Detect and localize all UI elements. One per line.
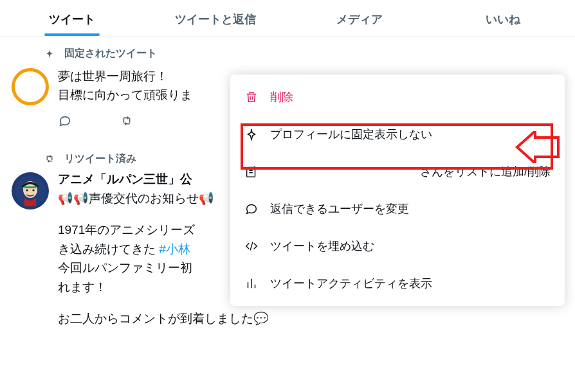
hashtag-link[interactable]: #小林 (159, 242, 190, 256)
retweet-icon (44, 153, 55, 165)
subline: 📢声優交代のお知らせ (73, 192, 199, 205)
menu-add-to-list[interactable]: さんをリストに追加/削除 (230, 153, 565, 190)
tweet-more-menu: 削除 プロフィールに固定表示しない さんをリストに追加/削除 返信できるユーザー… (230, 75, 565, 306)
menu-label: ツイートアクティビティを表示 (270, 276, 432, 291)
tweet-line: お二人からコメントが到着しました💬 (58, 309, 563, 328)
pinned-label: 固定されたツイート (64, 47, 157, 60)
menu-delete[interactable]: 削除 (230, 78, 565, 116)
menu-label: 削除 (270, 89, 293, 105)
menu-label: 返信できるユーザーを変更 (270, 201, 409, 217)
menu-reply-settings[interactable]: 返信できるユーザーを変更 (230, 190, 565, 227)
pin-icon (244, 127, 259, 141)
retweet-icon (120, 114, 134, 128)
tab-media[interactable]: メディア (288, 0, 432, 36)
pinned-indicator: 固定されたツイート (12, 37, 563, 64)
reply-icon (244, 202, 259, 216)
svg-point-2 (26, 189, 28, 191)
embed-icon (244, 239, 259, 253)
pin-icon (44, 48, 55, 60)
lupin-avatar-art (15, 175, 46, 206)
avatar[interactable] (12, 68, 49, 105)
tab-likes[interactable]: いいね (432, 0, 576, 36)
megaphone-emoji: 📢 (199, 192, 214, 205)
megaphone-emoji: 📢 (58, 192, 73, 205)
avatar[interactable] (12, 172, 49, 209)
analytics-icon (244, 276, 259, 290)
reply-button[interactable] (58, 114, 72, 130)
reply-icon (58, 114, 72, 128)
menu-label: プロフィールに固定表示しない (270, 127, 432, 142)
menu-unpin[interactable]: プロフィールに固定表示しない (230, 116, 565, 153)
trash-icon (244, 90, 259, 104)
menu-label: さんをリストに追加/削除 (270, 164, 551, 179)
tab-tweets[interactable]: ツイート (0, 0, 144, 36)
svg-point-3 (32, 189, 34, 191)
menu-analytics[interactable]: ツイートアクティビティを表示 (230, 265, 565, 302)
retweet-button[interactable] (120, 114, 134, 130)
menu-label: ツイートを埋め込む (270, 238, 374, 254)
menu-embed[interactable]: ツイートを埋め込む (230, 227, 565, 265)
profile-tabs: ツイート ツイートと返信 メディア いいね (0, 0, 575, 37)
retweeted-label: リツイート済み (64, 152, 136, 166)
svg-rect-4 (247, 168, 255, 177)
tab-replies[interactable]: ツイートと返信 (144, 0, 288, 36)
list-add-icon (244, 165, 259, 179)
